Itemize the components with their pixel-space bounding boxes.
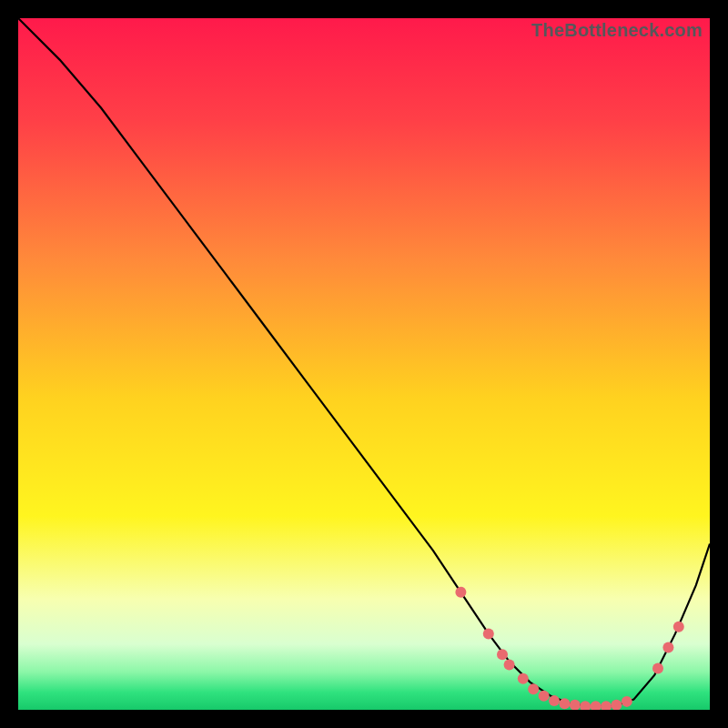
highlight-dot — [455, 587, 466, 598]
highlight-dot — [518, 673, 529, 684]
highlight-dot — [673, 622, 684, 632]
highlight-dot — [504, 660, 515, 671]
highlight-dot — [559, 698, 570, 709]
highlight-dot — [539, 691, 550, 702]
highlight-dot — [662, 642, 673, 653]
highlight-dot — [549, 695, 560, 706]
chart-frame: TheBottleneck.com — [18, 18, 710, 710]
highlight-dot — [497, 649, 508, 660]
chart-svg — [18, 18, 710, 710]
highlight-dot — [622, 696, 632, 707]
highlight-dot — [528, 683, 539, 694]
highlight-dot — [652, 662, 663, 673]
watermark-text: TheBottleneck.com — [531, 20, 703, 41]
highlight-dot — [483, 628, 494, 639]
chart-background — [18, 18, 710, 710]
